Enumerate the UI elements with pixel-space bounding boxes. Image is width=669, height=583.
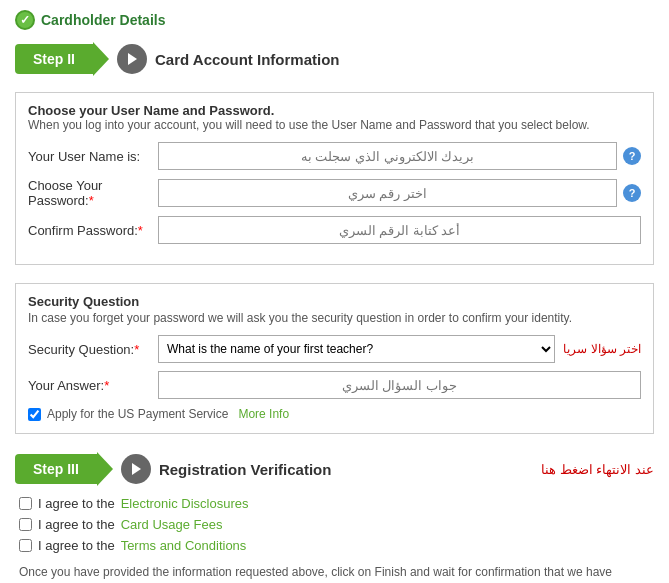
security-section: Security Question In case you forget you… [15, 283, 654, 434]
check-icon: ✓ [15, 10, 35, 30]
step-ii-title: Card Account Information [155, 51, 339, 68]
step-iii-icon [121, 454, 151, 484]
finish-note: Once you have provided the information r… [19, 563, 650, 583]
password-input[interactable] [158, 179, 617, 207]
security-desc: In case you forget your password we will… [28, 311, 641, 325]
step-iii-arabic: عند الانتهاء اضغط هنا [541, 462, 654, 477]
section-intro: Choose your User Name and Password. When… [28, 103, 641, 132]
electronic-disclosures-link[interactable]: Electronic Disclosures [121, 496, 249, 511]
security-answer-input-wrap [158, 371, 641, 399]
password-help-icon[interactable]: ? [623, 184, 641, 202]
section-desc: When you log into your account, you will… [28, 118, 641, 132]
cardholder-title: Cardholder Details [41, 12, 165, 28]
security-answer-label: Your Answer:* [28, 378, 158, 393]
step-ii-label: Step II [15, 44, 93, 74]
agreements-section: I agree to the Electronic Disclosures I … [15, 496, 654, 583]
card-usage-fees-link[interactable]: Card Usage Fees [121, 517, 223, 532]
section-heading: Choose your User Name and Password. [28, 103, 641, 118]
security-heading: Security Question [28, 294, 641, 309]
username-label: Your User Name is: [28, 149, 158, 164]
agreement-label-3-pre: I agree to the [38, 538, 115, 553]
password-label: Choose Your Password:* [28, 178, 158, 208]
step-iii-label: Step III [15, 454, 97, 484]
step-ii-icon [117, 44, 147, 74]
step-iii-arrow [97, 452, 113, 486]
agreement-row-2: I agree to the Card Usage Fees [19, 517, 650, 532]
svg-marker-1 [132, 463, 141, 475]
agreement-checkbox-2[interactable] [19, 518, 32, 531]
agreement-row-1: I agree to the Electronic Disclosures [19, 496, 650, 511]
agreement-label-2-pre: I agree to the [38, 517, 115, 532]
security-answer-input[interactable] [158, 371, 641, 399]
security-answer-row: Your Answer:* [28, 371, 641, 399]
confirm-password-label: Confirm Password:* [28, 223, 158, 238]
confirm-password-input[interactable] [158, 216, 641, 244]
username-input[interactable] [158, 142, 617, 170]
security-question-arabic: اختر سؤالا سريا [563, 342, 641, 356]
more-info-link[interactable]: More Info [238, 407, 289, 421]
confirm-password-row: Confirm Password:* [28, 216, 641, 244]
cardholder-header: ✓ Cardholder Details [15, 10, 654, 30]
agreement-checkbox-1[interactable] [19, 497, 32, 510]
agreement-label-1-pre: I agree to the [38, 496, 115, 511]
step-ii-banner: Step II Card Account Information [15, 42, 654, 76]
svg-marker-0 [128, 53, 137, 65]
payment-service-row: Apply for the US Payment Service More In… [28, 407, 641, 421]
username-help-icon[interactable]: ? [623, 147, 641, 165]
step-iii-title: Registration Verification [159, 461, 332, 478]
payment-service-checkbox[interactable] [28, 408, 41, 421]
step-iii-banner: Step III Registration Verification عند ا… [15, 452, 654, 486]
user-password-section: Choose your User Name and Password. When… [15, 92, 654, 265]
username-input-wrap [158, 142, 617, 170]
agreement-checkbox-3[interactable] [19, 539, 32, 552]
security-question-row: Security Question:* What is the name of … [28, 335, 641, 363]
step-ii-arrow [93, 42, 109, 76]
security-question-label: Security Question:* [28, 342, 158, 357]
terms-conditions-link[interactable]: Terms and Conditions [121, 538, 247, 553]
confirm-password-input-wrap [158, 216, 641, 244]
security-question-select[interactable]: What is the name of your first teacher? [158, 335, 555, 363]
payment-service-label: Apply for the US Payment Service [47, 407, 228, 421]
password-row: Choose Your Password:* ? [28, 178, 641, 208]
agreement-row-3: I agree to the Terms and Conditions [19, 538, 650, 553]
username-row: Your User Name is: ? [28, 142, 641, 170]
password-input-wrap [158, 179, 617, 207]
